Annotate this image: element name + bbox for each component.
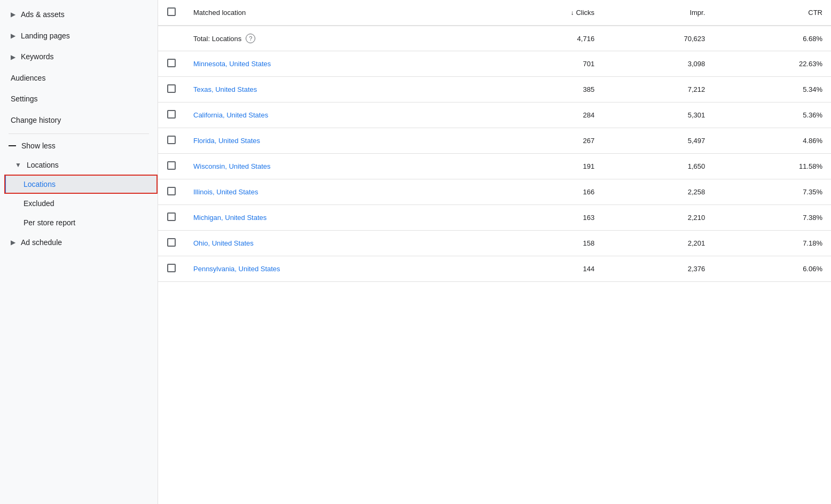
table-row: Florida, United States 267 5,497 4.86% [158, 128, 831, 154]
dash-icon [9, 145, 16, 146]
sidebar-item-audiences[interactable]: Audiences [0, 68, 158, 89]
collapse-arrow-icon: ▼ [15, 161, 21, 169]
row-clicks: 163 [485, 205, 603, 231]
row-checkbox-cell[interactable] [158, 128, 185, 154]
row-ctr: 7.35% [714, 179, 831, 205]
row-impr: 2,210 [603, 205, 714, 231]
header-matched-location[interactable]: Matched location [185, 0, 485, 26]
row-location: Illinois, United States [185, 179, 485, 205]
header-impr[interactable]: Impr. [603, 0, 714, 26]
locations-header[interactable]: ▼ Locations [4, 155, 158, 175]
row-impr: 2,201 [603, 231, 714, 256]
row-clicks: 191 [485, 154, 603, 179]
table-header-row: Matched location ↓Clicks Impr. CTR [158, 0, 831, 26]
row-location: Minnesota, United States [185, 51, 485, 77]
row-checkbox[interactable] [167, 110, 176, 119]
sidebar-item-keywords[interactable]: ▶ Keywords [0, 46, 158, 68]
location-link[interactable]: Pennsylvania, United States [193, 265, 280, 273]
row-checkbox-cell[interactable] [158, 231, 185, 256]
header-checkbox-col[interactable] [158, 0, 185, 26]
per-store-label: Per store report [23, 218, 75, 227]
sidebar-item-label: Keywords [21, 52, 53, 62]
sidebar-item-label: Landing pages [21, 31, 70, 42]
sidebar-item-locations[interactable]: Locations [4, 175, 158, 194]
total-impr: 70,623 [603, 26, 714, 51]
location-link[interactable]: Florida, United States [193, 137, 260, 145]
row-location: Pennsylvania, United States [185, 256, 485, 282]
row-impr: 2,376 [603, 256, 714, 282]
location-link[interactable]: Wisconsin, United States [193, 162, 271, 170]
row-checkbox-cell[interactable] [158, 77, 185, 103]
sidebar-item-landing-pages[interactable]: ▶ Landing pages [0, 26, 158, 47]
sidebar-item-label: Ads & assets [21, 10, 65, 20]
row-checkbox-cell[interactable] [158, 103, 185, 128]
total-clicks: 4,716 [485, 26, 603, 51]
location-link[interactable]: Michigan, United States [193, 214, 266, 222]
expand-arrow-icon: ▶ [11, 238, 15, 247]
locations-table: Matched location ↓Clicks Impr. CTR [158, 0, 831, 282]
location-link[interactable]: Illinois, United States [193, 188, 258, 196]
location-link[interactable]: Minnesota, United States [193, 60, 271, 68]
expand-arrow-icon: ▶ [11, 10, 15, 19]
sidebar-divider [9, 133, 149, 134]
table-row: Wisconsin, United States 191 1,650 11.58… [158, 154, 831, 179]
header-clicks[interactable]: ↓Clicks [485, 0, 603, 26]
sidebar-item-settings[interactable]: Settings [0, 89, 158, 110]
show-less-label: Show less [21, 141, 56, 150]
row-ctr: 4.86% [714, 128, 831, 154]
row-location: California, United States [185, 103, 485, 128]
row-location: Florida, United States [185, 128, 485, 154]
row-checkbox[interactable] [167, 264, 176, 272]
row-clicks: 144 [485, 256, 603, 282]
sidebar-item-ads-assets[interactable]: ▶ Ads & assets [0, 4, 158, 26]
row-checkbox-cell[interactable] [158, 154, 185, 179]
locations-sub-label: Locations [23, 180, 56, 188]
expand-arrow-icon: ▶ [11, 32, 15, 41]
table-row: Pennsylvania, United States 144 2,376 6.… [158, 256, 831, 282]
table-row: Texas, United States 385 7,212 5.34% [158, 77, 831, 103]
sidebar-item-label: Change history [11, 115, 61, 126]
location-link[interactable]: Texas, United States [193, 85, 257, 93]
total-locations-text: Total: Locations [193, 35, 241, 43]
row-ctr: 7.18% [714, 231, 831, 256]
row-checkbox[interactable] [167, 238, 176, 247]
row-clicks: 267 [485, 128, 603, 154]
row-checkbox-cell[interactable] [158, 256, 185, 282]
sidebar-item-excluded[interactable]: Excluded [4, 194, 158, 213]
header-ctr[interactable]: CTR [714, 0, 831, 26]
row-checkbox-cell[interactable] [158, 179, 185, 205]
row-checkbox-cell[interactable] [158, 51, 185, 77]
info-icon[interactable]: ? [246, 34, 255, 43]
row-impr: 1,650 [603, 154, 714, 179]
row-ctr: 5.34% [714, 77, 831, 103]
row-impr: 3,098 [603, 51, 714, 77]
location-link[interactable]: California, United States [193, 111, 268, 119]
row-clicks: 166 [485, 179, 603, 205]
row-checkbox[interactable] [167, 212, 176, 221]
row-ctr: 22.63% [714, 51, 831, 77]
excluded-label: Excluded [23, 199, 54, 208]
sidebar-item-change-history[interactable]: Change history [0, 110, 158, 131]
row-checkbox[interactable] [167, 136, 176, 144]
row-ctr: 6.06% [714, 256, 831, 282]
total-checkbox-cell [158, 26, 185, 51]
table-row: Minnesota, United States 701 3,098 22.63… [158, 51, 831, 77]
row-checkbox[interactable] [167, 84, 176, 93]
row-checkbox[interactable] [167, 161, 176, 170]
sidebar-item-label: Ad schedule [21, 238, 62, 248]
sidebar-item-ad-schedule[interactable]: ▶ Ad schedule [0, 232, 158, 254]
row-checkbox-cell[interactable] [158, 205, 185, 231]
row-checkbox[interactable] [167, 187, 176, 195]
row-checkbox[interactable] [167, 59, 176, 67]
row-clicks: 158 [485, 231, 603, 256]
row-clicks: 284 [485, 103, 603, 128]
table-row: California, United States 284 5,301 5.36… [158, 103, 831, 128]
select-all-checkbox[interactable] [167, 7, 176, 16]
show-less-button[interactable]: Show less [0, 136, 158, 155]
row-impr: 2,258 [603, 179, 714, 205]
row-impr: 5,497 [603, 128, 714, 154]
location-link[interactable]: Ohio, United States [193, 239, 254, 247]
row-location: Wisconsin, United States [185, 154, 485, 179]
row-impr: 5,301 [603, 103, 714, 128]
sidebar-item-per-store-report[interactable]: Per store report [4, 213, 158, 232]
